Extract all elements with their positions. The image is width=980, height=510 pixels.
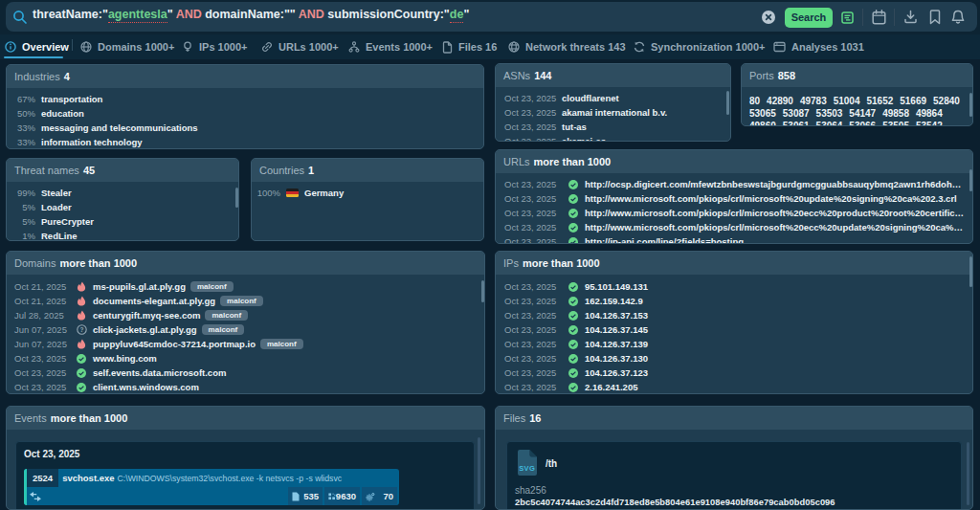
- svg-text:?: ?: [79, 326, 83, 333]
- svg-text:SVG: SVG: [519, 464, 535, 473]
